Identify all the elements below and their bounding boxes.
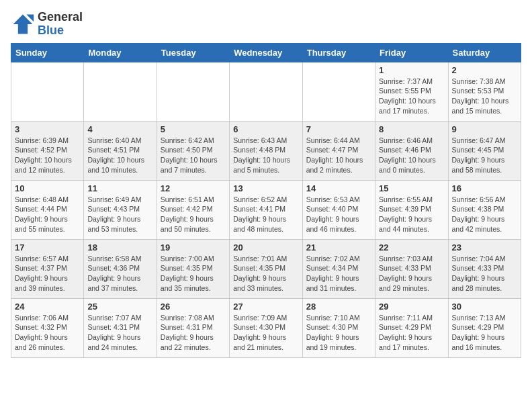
day-number: 9 [452,124,517,134]
calendar-day-cell: 5Sunrise: 6:42 AM Sunset: 4:50 PM Daylig… [157,121,229,180]
calendar-day-cell: 26Sunrise: 7:08 AM Sunset: 4:31 PM Dayli… [157,298,229,357]
calendar-day-cell: 22Sunrise: 7:03 AM Sunset: 4:33 PM Dayli… [375,239,448,298]
day-number: 4 [87,124,152,134]
day-detail: Sunrise: 6:40 AM Sunset: 4:51 PM Dayligh… [87,136,152,175]
day-detail: Sunrise: 6:44 AM Sunset: 4:47 PM Dayligh… [306,136,371,175]
logo-blue: Blue [38,24,64,37]
calendar-week-row: 1Sunrise: 7:37 AM Sunset: 5:55 PM Daylig… [11,62,521,121]
day-number: 2 [452,65,517,75]
calendar-day-cell: 1Sunrise: 7:37 AM Sunset: 5:55 PM Daylig… [375,62,448,121]
day-number: 8 [379,124,444,134]
day-detail: Sunrise: 6:42 AM Sunset: 4:50 PM Dayligh… [161,136,226,175]
calendar-day-cell: 16Sunrise: 6:56 AM Sunset: 4:38 PM Dayli… [448,180,521,239]
weekday-header-cell: Tuesday [157,43,229,62]
day-detail: Sunrise: 6:47 AM Sunset: 4:45 PM Dayligh… [452,136,517,175]
day-number: 16 [452,183,517,193]
day-number: 22 [379,242,444,253]
calendar-day-cell: 8Sunrise: 6:46 AM Sunset: 4:46 PM Daylig… [375,121,448,180]
calendar-body: 1Sunrise: 7:37 AM Sunset: 5:55 PM Daylig… [11,62,521,357]
weekday-header-cell: Monday [84,43,157,62]
day-number: 11 [87,183,152,193]
day-detail: Sunrise: 7:13 AM Sunset: 4:29 PM Dayligh… [452,313,517,353]
day-number: 30 [452,302,517,312]
day-number: 1 [379,65,444,75]
day-number: 19 [161,242,226,253]
day-number: 25 [87,302,152,312]
day-detail: Sunrise: 6:58 AM Sunset: 4:36 PM Dayligh… [87,254,152,293]
calendar-day-cell: 4Sunrise: 6:40 AM Sunset: 4:51 PM Daylig… [84,121,157,180]
day-number: 5 [161,124,226,134]
day-number: 28 [306,302,371,312]
day-detail: Sunrise: 7:02 AM Sunset: 4:34 PM Dayligh… [306,254,371,293]
calendar-day-cell: 7Sunrise: 6:44 AM Sunset: 4:47 PM Daylig… [302,121,375,180]
day-detail: Sunrise: 7:09 AM Sunset: 4:30 PM Dayligh… [233,313,298,353]
day-number: 6 [233,124,298,134]
day-detail: Sunrise: 7:01 AM Sunset: 4:35 PM Dayligh… [233,254,298,293]
calendar-day-cell: 24Sunrise: 7:06 AM Sunset: 4:32 PM Dayli… [11,298,84,357]
day-detail: Sunrise: 6:39 AM Sunset: 4:52 PM Dayligh… [15,136,80,175]
calendar-day-cell: 12Sunrise: 6:51 AM Sunset: 4:42 PM Dayli… [157,180,229,239]
calendar-day-cell [302,62,375,121]
day-number: 15 [379,183,444,193]
day-detail: Sunrise: 7:07 AM Sunset: 4:31 PM Dayligh… [87,313,152,353]
day-detail: Sunrise: 7:37 AM Sunset: 5:55 PM Dayligh… [379,77,444,116]
calendar-day-cell [157,62,229,121]
calendar-day-cell: 20Sunrise: 7:01 AM Sunset: 4:35 PM Dayli… [230,239,302,298]
calendar-day-cell: 14Sunrise: 6:53 AM Sunset: 4:40 PM Dayli… [302,180,375,239]
calendar-day-cell: 15Sunrise: 6:55 AM Sunset: 4:39 PM Dayli… [375,180,448,239]
calendar-day-cell: 3Sunrise: 6:39 AM Sunset: 4:52 PM Daylig… [11,121,84,180]
calendar-day-cell: 23Sunrise: 7:04 AM Sunset: 4:33 PM Dayli… [448,239,521,298]
day-number: 23 [452,242,517,253]
calendar-day-cell [11,62,84,121]
calendar-day-cell: 19Sunrise: 7:00 AM Sunset: 4:35 PM Dayli… [157,239,229,298]
day-number: 10 [15,183,80,193]
day-number: 17 [15,242,80,253]
day-detail: Sunrise: 7:10 AM Sunset: 4:30 PM Dayligh… [306,313,371,353]
calendar-day-cell: 28Sunrise: 7:10 AM Sunset: 4:30 PM Dayli… [302,298,375,357]
calendar-day-cell [230,62,302,121]
day-number: 18 [87,242,152,253]
day-number: 3 [15,124,80,134]
day-detail: Sunrise: 6:43 AM Sunset: 4:48 PM Dayligh… [233,136,298,175]
day-detail: Sunrise: 6:49 AM Sunset: 4:43 PM Dayligh… [87,195,152,234]
weekday-header-cell: Saturday [448,43,521,62]
day-detail: Sunrise: 6:56 AM Sunset: 4:38 PM Dayligh… [452,195,517,234]
day-detail: Sunrise: 7:04 AM Sunset: 4:33 PM Dayligh… [452,254,517,293]
day-number: 13 [233,183,298,193]
day-detail: Sunrise: 7:06 AM Sunset: 4:32 PM Dayligh… [15,313,80,353]
calendar-day-cell: 27Sunrise: 7:09 AM Sunset: 4:30 PM Dayli… [230,298,302,357]
calendar-day-cell: 17Sunrise: 6:57 AM Sunset: 4:37 PM Dayli… [11,239,84,298]
day-detail: Sunrise: 6:48 AM Sunset: 4:44 PM Dayligh… [15,195,80,234]
calendar-week-row: 3Sunrise: 6:39 AM Sunset: 4:52 PM Daylig… [11,121,521,180]
day-detail: Sunrise: 7:38 AM Sunset: 5:53 PM Dayligh… [452,77,517,116]
calendar-day-cell: 6Sunrise: 6:43 AM Sunset: 4:48 PM Daylig… [230,121,302,180]
day-number: 24 [15,302,80,312]
weekday-header-row: SundayMondayTuesdayWednesdayThursdayFrid… [11,43,521,62]
calendar-day-cell: 18Sunrise: 6:58 AM Sunset: 4:36 PM Dayli… [84,239,157,298]
calendar-day-cell: 29Sunrise: 7:11 AM Sunset: 4:29 PM Dayli… [375,298,448,357]
day-number: 12 [161,183,226,193]
day-number: 7 [306,124,371,134]
day-detail: Sunrise: 6:46 AM Sunset: 4:46 PM Dayligh… [379,136,444,175]
day-detail: Sunrise: 6:53 AM Sunset: 4:40 PM Dayligh… [306,195,371,234]
day-number: 21 [306,242,371,253]
calendar-day-cell: 21Sunrise: 7:02 AM Sunset: 4:34 PM Dayli… [302,239,375,298]
day-detail: Sunrise: 7:11 AM Sunset: 4:29 PM Dayligh… [379,313,444,353]
day-detail: Sunrise: 6:57 AM Sunset: 4:37 PM Dayligh… [15,254,80,293]
calendar-week-row: 17Sunrise: 6:57 AM Sunset: 4:37 PM Dayli… [11,239,521,298]
calendar-day-cell: 11Sunrise: 6:49 AM Sunset: 4:43 PM Dayli… [84,180,157,239]
day-number: 14 [306,183,371,193]
weekday-header-cell: Sunday [11,43,84,62]
day-number: 20 [233,242,298,253]
calendar-day-cell: 13Sunrise: 6:52 AM Sunset: 4:41 PM Dayli… [230,180,302,239]
logo-general: General [38,10,83,24]
day-number: 29 [379,302,444,312]
calendar-day-cell: 30Sunrise: 7:13 AM Sunset: 4:29 PM Dayli… [448,298,521,357]
weekday-header-cell: Wednesday [230,43,302,62]
logo: General Blue [11,11,83,38]
day-detail: Sunrise: 7:00 AM Sunset: 4:35 PM Dayligh… [161,254,226,293]
weekday-header-cell: Friday [375,43,448,62]
calendar-day-cell [84,62,157,121]
day-detail: Sunrise: 7:03 AM Sunset: 4:33 PM Dayligh… [379,254,444,293]
calendar-day-cell: 9Sunrise: 6:47 AM Sunset: 4:45 PM Daylig… [448,121,521,180]
